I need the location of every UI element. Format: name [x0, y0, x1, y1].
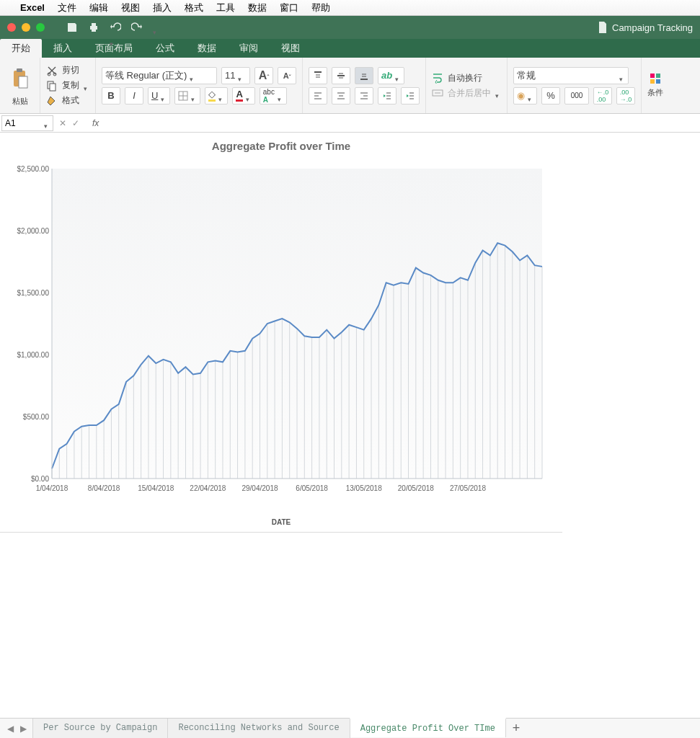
- x-tick-label: 29/04/2018: [242, 484, 278, 492]
- save-icon[interactable]: [66, 22, 78, 33]
- sheet-tab-1[interactable]: Reconciling Networks and Source: [167, 719, 350, 738]
- svg-rect-1: [17, 68, 22, 72]
- ribbon-tabs: 开始插入页面布局公式数据审阅视图: [0, 39, 700, 58]
- x-tick-label: 8/04/2018: [88, 484, 120, 492]
- ribbon-tab-4[interactable]: 数据: [186, 39, 228, 58]
- ribbon-tab-0[interactable]: 开始: [0, 39, 42, 58]
- sheet-nav-prev[interactable]: ◀: [4, 724, 16, 734]
- document-title: Campaign Tracking: [598, 22, 693, 33]
- x-tick-label: 1/04/2018: [36, 484, 68, 492]
- ribbon: 粘贴 剪切 复制 格式 等线 Regular (正文) 11 Aˆ Aˇ B I…: [0, 58, 700, 114]
- title-bar: Campaign Tracking: [0, 16, 700, 39]
- window-close-button[interactable]: [7, 23, 16, 32]
- conditional-format-icon[interactable]: [650, 73, 661, 84]
- y-tick-label: $2,500.00: [17, 165, 50, 173]
- formula-bar: A1 ✕ ✓ fx: [0, 114, 700, 133]
- name-box[interactable]: A1: [1, 115, 53, 131]
- phonetic-button[interactable]: abcA: [260, 87, 287, 105]
- chart-plot-area: [52, 169, 542, 479]
- borders-button[interactable]: [174, 87, 200, 105]
- ribbon-tab-3[interactable]: 公式: [144, 39, 186, 58]
- orientation-button[interactable]: ab: [378, 67, 404, 84]
- window-zoom-button[interactable]: [36, 23, 45, 32]
- menu-format[interactable]: 格式: [185, 1, 203, 14]
- increase-decimal-button[interactable]: ←.0.00: [593, 87, 612, 105]
- menu-insert[interactable]: 插入: [153, 1, 172, 14]
- bold-button[interactable]: B: [102, 87, 120, 105]
- formula-input[interactable]: [106, 118, 700, 128]
- window-minimize-button[interactable]: [22, 23, 30, 32]
- font-name-select[interactable]: 等线 Regular (正文): [102, 67, 217, 84]
- align-middle-button[interactable]: [332, 67, 350, 84]
- sheet-tab-2[interactable]: Aggregate Profit Over TIme: [350, 718, 506, 737]
- menu-edit[interactable]: 编辑: [89, 1, 108, 14]
- wrap-text-button[interactable]: 自动换行: [432, 72, 501, 84]
- percent-format-button[interactable]: %: [541, 87, 560, 105]
- svg-rect-37: [650, 79, 655, 84]
- x-tick-label: 15/04/2018: [138, 484, 174, 492]
- accounting-format-button[interactable]: ◉: [513, 87, 537, 105]
- x-tick-label: 27/05/2018: [450, 484, 486, 492]
- menu-window[interactable]: 窗口: [280, 1, 298, 14]
- align-left-button[interactable]: [309, 87, 327, 105]
- fill-color-button[interactable]: ◇: [205, 87, 228, 105]
- align-top-button[interactable]: [309, 67, 327, 84]
- format-painter-button[interactable]: 格式: [46, 94, 89, 107]
- conditional-format-label: 条件: [647, 87, 663, 98]
- cut-button[interactable]: 剪切: [46, 64, 89, 76]
- sheet-nav-next[interactable]: ▶: [17, 724, 29, 734]
- y-tick-label: $500.00: [23, 413, 49, 421]
- paste-label: 粘贴: [12, 96, 28, 107]
- redo-icon[interactable]: [131, 22, 143, 33]
- menu-data[interactable]: 数据: [248, 1, 267, 14]
- decrease-decimal-button[interactable]: .00→.0: [616, 87, 635, 105]
- ribbon-tab-6[interactable]: 视图: [270, 39, 311, 58]
- decrease-indent-button[interactable]: [378, 87, 396, 105]
- menu-tools[interactable]: 工具: [216, 1, 235, 14]
- ribbon-tab-5[interactable]: 审阅: [228, 39, 270, 58]
- svg-rect-6: [50, 84, 56, 91]
- chart-container: Aggregate Profit over Time AGGREAGATE PR…: [0, 133, 562, 533]
- y-tick-label: $2,000.00: [17, 227, 50, 235]
- svg-rect-36: [656, 74, 660, 78]
- cancel-formula-icon[interactable]: ✕: [59, 118, 66, 128]
- menu-view[interactable]: 视图: [121, 1, 140, 14]
- align-center-button[interactable]: [332, 87, 350, 105]
- print-icon[interactable]: [88, 22, 99, 33]
- increase-font-button[interactable]: Aˆ: [254, 67, 273, 84]
- ribbon-tab-2[interactable]: 页面布局: [84, 39, 144, 58]
- align-bottom-button[interactable]: [355, 67, 373, 84]
- fx-label[interactable]: fx: [92, 118, 99, 128]
- undo-icon[interactable]: [110, 22, 121, 33]
- x-tick-label: 22/04/2018: [190, 484, 226, 492]
- menu-file[interactable]: 文件: [58, 1, 76, 14]
- merge-center-button[interactable]: 合并后居中: [432, 87, 501, 99]
- comma-format-button[interactable]: 000: [564, 87, 589, 105]
- accept-formula-icon[interactable]: ✓: [72, 118, 79, 128]
- chart-title: Aggregate Profit over Time: [0, 133, 562, 152]
- number-format-select[interactable]: 常规: [513, 67, 629, 84]
- menu-help[interactable]: 帮助: [311, 1, 330, 14]
- font-size-select[interactable]: 11: [221, 67, 250, 84]
- sheet-tab-bar: ◀ ▶ Per Source by CampaignReconciling Ne…: [0, 718, 700, 738]
- app-name[interactable]: Excel: [20, 2, 45, 13]
- coins-icon: ◉: [517, 90, 525, 101]
- y-tick-label: $1,500.00: [17, 289, 50, 297]
- x-tick-label: 13/05/2018: [346, 484, 382, 492]
- decrease-font-button[interactable]: Aˇ: [278, 67, 296, 84]
- increase-indent-button[interactable]: [401, 87, 420, 105]
- italic-button[interactable]: I: [125, 87, 143, 105]
- sheet-tab-0[interactable]: Per Source by Campaign: [32, 719, 168, 738]
- ribbon-tab-1[interactable]: 插入: [42, 39, 84, 58]
- paste-button[interactable]: [8, 64, 32, 93]
- add-sheet-button[interactable]: +: [506, 721, 526, 736]
- qat-customize[interactable]: [153, 25, 159, 30]
- y-tick-label: $0.00: [31, 475, 49, 483]
- svg-rect-35: [650, 74, 655, 78]
- y-tick-label: $1,000.00: [17, 351, 50, 359]
- align-right-button[interactable]: [355, 87, 373, 105]
- x-tick-label: 20/05/2018: [398, 484, 434, 492]
- copy-button[interactable]: 复制: [46, 79, 89, 92]
- underline-button[interactable]: U: [148, 87, 170, 105]
- font-color-button[interactable]: A: [232, 87, 254, 105]
